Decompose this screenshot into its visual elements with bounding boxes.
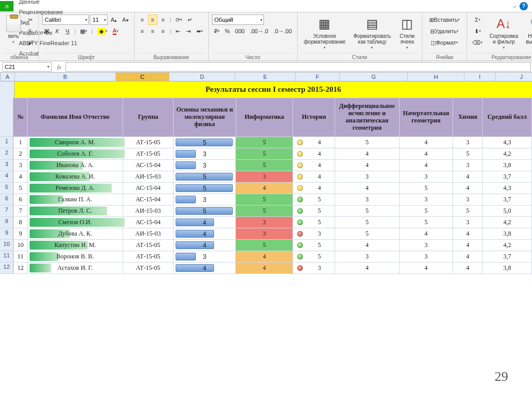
cell-h[interactable]: 4: [400, 263, 453, 273]
cell-g[interactable]: 4: [335, 240, 400, 251]
cell-group[interactable]: АТ-15-05: [123, 148, 174, 159]
cell-styles-button[interactable]: ◫Стили ячеек▾: [396, 15, 419, 51]
cell-j[interactable]: 4,3: [483, 183, 532, 194]
cell-name[interactable]: Петров Л. С.: [28, 205, 123, 216]
align-right-button[interactable]: ≡: [158, 26, 168, 36]
ribbon-minimize-icon[interactable]: ⌵: [513, 3, 516, 9]
cell-d[interactable]: 5: [174, 137, 236, 148]
increase-decimal-button[interactable]: .00→.0: [248, 26, 270, 36]
cell-d[interactable]: 4: [174, 263, 236, 273]
cell-d[interactable]: 3: [174, 194, 236, 205]
shrink-font-button[interactable]: A▾: [120, 15, 130, 25]
cell-n[interactable]: 7: [14, 205, 28, 216]
italic-button[interactable]: К: [52, 26, 62, 36]
cell-group[interactable]: АИ-15-03: [123, 171, 174, 182]
cell-g[interactable]: 4: [335, 183, 400, 194]
cell-name[interactable]: Ремезова Д. А.: [28, 183, 123, 194]
cell-d[interactable]: 3: [174, 160, 236, 171]
autosum-button[interactable]: Σ▾: [470, 15, 485, 25]
row-head[interactable]: 7: [0, 205, 14, 216]
cell-f[interactable]: 3: [293, 228, 335, 239]
col-head-D[interactable]: D: [169, 73, 235, 81]
name-box[interactable]: C21: [2, 62, 52, 72]
cell-j[interactable]: 3,7: [483, 171, 532, 182]
bold-button[interactable]: Ж: [42, 26, 51, 36]
cell-n[interactable]: 3: [14, 160, 28, 171]
cell-group[interactable]: АТ-15-05: [123, 251, 174, 262]
cell-e[interactable]: 3: [236, 217, 293, 228]
cell-n[interactable]: 2: [14, 148, 28, 159]
cell-j[interactable]: 3,8: [483, 228, 532, 239]
cell-h[interactable]: 4: [400, 148, 453, 159]
cell-i[interactable]: 4: [453, 183, 483, 194]
underline-button[interactable]: Ч: [63, 26, 72, 36]
cell-n[interactable]: 12: [14, 263, 28, 273]
spreadsheet[interactable]: ABCDEFGHIJ Результаты сессии I семестр 2…: [0, 73, 532, 274]
indent-decrease-button[interactable]: ⇤: [174, 26, 183, 36]
cell-name[interactable]: Дубова А. К.: [28, 228, 123, 239]
cell-i[interactable]: 4: [453, 251, 483, 262]
cell-f[interactable]: 4: [293, 171, 335, 182]
cell-d[interactable]: 4: [174, 240, 236, 251]
cell-f[interactable]: 5: [293, 251, 335, 262]
cell-group[interactable]: АС-15-04: [123, 217, 174, 228]
row-head[interactable]: 5: [0, 183, 14, 194]
grow-font-button[interactable]: A▴: [109, 15, 119, 25]
row-head[interactable]: 9: [0, 228, 14, 239]
cell-d[interactable]: 3: [174, 251, 236, 262]
cell-d[interactable]: 4: [174, 228, 236, 239]
cell-h[interactable]: 3: [400, 171, 453, 182]
cell-e[interactable]: 3: [236, 171, 293, 182]
cell-d[interactable]: 5: [174, 183, 236, 194]
fill-button[interactable]: ⬇▾: [470, 26, 485, 36]
cell-j[interactable]: 3,8: [483, 263, 532, 273]
cell-group[interactable]: АТ-15-05: [123, 137, 174, 148]
cell-i[interactable]: 3: [453, 137, 483, 148]
copy-button[interactable]: ⎘: [25, 26, 35, 36]
cell-n[interactable]: 11: [14, 251, 28, 262]
cell-name[interactable]: Соболев А. Г.: [28, 148, 123, 159]
cell-group[interactable]: АИ-15-03: [123, 228, 174, 239]
comma-button[interactable]: 000: [233, 26, 247, 36]
indent-increase-button[interactable]: ⇥: [184, 26, 193, 36]
cell-g[interactable]: 3: [335, 194, 400, 205]
cell-j[interactable]: 4,2: [483, 148, 532, 159]
cell-h[interactable]: 4: [400, 160, 453, 171]
row-head[interactable]: 10: [0, 240, 14, 251]
wrap-text-button[interactable]: ↵: [185, 15, 195, 25]
cut-button[interactable]: ✂: [25, 15, 35, 25]
cell-g[interactable]: 3: [335, 251, 400, 262]
cell-e[interactable]: 4: [236, 263, 293, 273]
cell-h[interactable]: 3: [400, 251, 453, 262]
col-head-C[interactable]: C: [116, 73, 169, 81]
cell-e[interactable]: 5: [236, 148, 293, 159]
cell-i[interactable]: 4: [453, 263, 483, 273]
row-head[interactable]: 12: [0, 263, 14, 273]
cell-f[interactable]: 5: [293, 205, 335, 216]
cell-h[interactable]: 5: [400, 217, 453, 228]
cell-n[interactable]: 8: [14, 217, 28, 228]
cell-n[interactable]: 6: [14, 194, 28, 205]
col-head-J[interactable]: J: [496, 73, 532, 81]
cell-g[interactable]: 3: [335, 171, 400, 182]
cell-n[interactable]: 9: [14, 228, 28, 239]
font-name-combo[interactable]: Calibri: [42, 15, 89, 25]
paste-button[interactable]: вить▾: [3, 15, 24, 48]
cell-group[interactable]: АС-15-04: [123, 160, 174, 171]
cell-name[interactable]: Воронов В. В.: [28, 251, 123, 262]
font-size-combo[interactable]: 11: [90, 15, 108, 25]
font-color-button[interactable]: A▾: [111, 26, 121, 36]
cell-e[interactable]: 5: [236, 137, 293, 148]
orientation-button[interactable]: ⟳▾: [174, 15, 184, 25]
cell-name[interactable]: Смехов О.И.: [28, 217, 123, 228]
cell-e[interactable]: 4: [236, 183, 293, 194]
cell-group[interactable]: АС-15-04: [123, 194, 174, 205]
cell-d[interactable]: 4: [174, 217, 236, 228]
cell-name[interactable]: Смирнов А. М.: [28, 137, 123, 148]
cell-e[interactable]: 5: [236, 160, 293, 171]
col-head-F[interactable]: F: [296, 73, 340, 81]
row-head[interactable]: 1: [0, 137, 14, 148]
cell-g[interactable]: 5: [335, 205, 400, 216]
cell-i[interactable]: 3: [453, 194, 483, 205]
cell-name[interactable]: Ковалева А. И.: [28, 171, 123, 182]
